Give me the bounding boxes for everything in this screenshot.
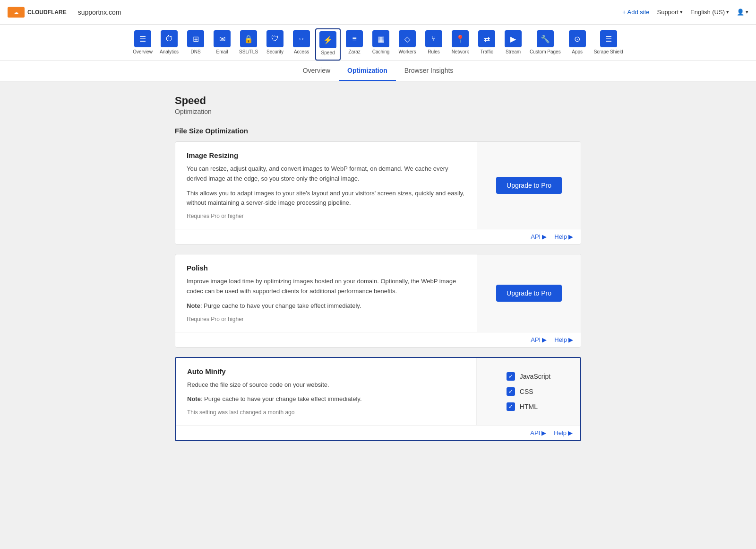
icon-nav-inner: ☰ Overview ⏱ Analytics ⊞ DNS ✉ Email 🔒 S… [130,28,626,61]
image-resizing-api-link[interactable]: API ▶ [531,233,547,240]
nav-icon-analytics[interactable]: ⏱ Analytics [156,28,182,59]
nav-icon-dns[interactable]: ⊞ DNS [183,28,208,59]
nav-icon-email[interactable]: ✉ Email [209,28,235,59]
auto-minify-card-left: Auto Minify Reduce the file size of sour… [176,358,476,426]
support-chevron-icon: ▾ [680,9,683,15]
dns-icon-box: ⊞ [187,30,204,47]
overview-icon-label: Overview [133,49,153,55]
logo-area[interactable]: ☁ CLOUDFLARE [8,7,67,18]
image-resizing-card-footer: API ▶ Help ▶ [175,229,581,244]
add-site-button[interactable]: + Add site [622,9,649,16]
nav-icon-access[interactable]: ↔ Access [289,28,314,59]
apps-icon-label: Apps [572,49,583,55]
email-icon-label: Email [216,49,228,55]
language-label: English (US) [690,9,725,16]
access-icon-label: Access [294,49,309,55]
speed-icon-label: Speed [321,50,335,56]
scrape-shield-icon-box: ☰ [600,30,617,47]
scrape-shield-icon-label: Scrape Shield [594,49,623,55]
image-resizing-help-link[interactable]: Help ▶ [554,233,573,240]
css-label: CSS [520,388,533,395]
nav-icon-caching[interactable]: ▦ Caching [368,28,394,59]
nav-icon-workers[interactable]: ◇ Workers [395,28,420,59]
auto-minify-checkbox-list: ✓ JavaScript ✓ CSS ✓ HTML [507,372,550,411]
icon-navigation: ☰ Overview ⏱ Analytics ⊞ DNS ✉ Email 🔒 S… [0,25,756,61]
analytics-icon-box: ⏱ [161,30,178,47]
section-title: File Size Optimization [175,127,581,135]
api-chevron-icon: ▶ [542,233,547,240]
css-checkbox-icon[interactable]: ✓ [507,387,515,396]
nav-icon-network[interactable]: 📍 Network [447,28,473,59]
network-icon-label: Network [452,49,469,55]
nav-icon-rules[interactable]: ⑂ Rules [421,28,447,59]
subnav-overview[interactable]: Overview [294,61,339,81]
image-resizing-title: Image Resizing [187,151,465,159]
top-navigation: ☁ CLOUDFLARE supportnx.com + Add site Su… [0,0,756,25]
rules-icon-label: Rules [428,49,440,55]
auto-minify-api-link[interactable]: API ▶ [530,429,546,436]
security-icon-box: 🛡 [266,30,284,47]
cloudflare-wordmark: CLOUDFLARE [27,9,67,16]
auto-minify-title: Auto Minify [187,367,465,375]
page-title: Speed [175,95,581,107]
caching-icon-box: ▦ [372,30,389,47]
polish-upgrade-button[interactable]: Upgrade to Pro [496,285,562,302]
workers-icon-label: Workers [399,49,416,55]
svg-text:☁: ☁ [14,9,18,15]
polish-note: Note: Purge cache to have your change ta… [187,301,465,311]
user-menu[interactable]: 👤 ▾ [737,9,748,16]
subnav-optimization[interactable]: Optimization [339,61,396,81]
access-icon-box: ↔ [293,30,310,47]
nav-icon-zaraz[interactable]: ≡ Zaraz [342,28,367,59]
nav-icon-stream[interactable]: ▶ Stream [500,28,526,59]
auto-minify-card: Auto Minify Reduce the file size of sour… [175,357,581,442]
caching-icon-label: Caching [372,49,390,55]
user-chevron-icon: ▾ [746,9,748,15]
polish-card-right: Upgrade to Pro [477,254,581,331]
language-chevron-icon: ▾ [726,9,729,15]
html-checkbox-icon[interactable]: ✓ [507,402,515,411]
language-selector[interactable]: English (US) ▾ [690,9,729,16]
nav-icon-speed[interactable]: ⚡ Speed [315,28,341,61]
support-label: Support [657,9,679,16]
ssl-icon-box: 🔒 [240,30,257,47]
support-link[interactable]: Support ▾ [657,9,683,16]
auto-minify-card-right: ✓ JavaScript ✓ CSS ✓ HTML [476,358,580,426]
auto-minify-card-footer: API ▶ Help ▶ [176,425,580,440]
sub-navigation: Overview Optimization Browser Insights [0,61,756,81]
image-resizing-desc1: You can resize, adjust quality, and conv… [187,164,465,184]
workers-icon-box: ◇ [399,30,416,47]
overview-icon-box: ☰ [134,30,151,47]
polish-title: Polish [187,264,465,272]
dns-icon-label: DNS [191,49,201,55]
image-resizing-card-left: Image Resizing You can resize, adjust qu… [175,142,477,229]
image-resizing-upgrade-button[interactable]: Upgrade to Pro [496,177,562,194]
user-icon: 👤 [737,9,744,16]
ssl-icon-label: SSL/TLS [239,49,258,55]
nav-icon-apps[interactable]: ⊙ Apps [565,28,590,59]
subnav-browser-insights[interactable]: Browser Insights [396,61,462,81]
javascript-checkbox-icon[interactable]: ✓ [507,372,515,381]
image-resizing-card-right: Upgrade to Pro [477,142,581,229]
email-icon-box: ✉ [214,30,231,47]
nav-icon-custom-pages[interactable]: 🔧 Custom Pages [527,28,564,59]
auto-minify-help-link[interactable]: Help ▶ [554,429,573,436]
html-label: HTML [520,403,538,410]
nav-icon-traffic[interactable]: ⇄ Traffic [474,28,499,59]
nav-icon-ssl[interactable]: 🔒 SSL/TLS [236,28,261,59]
polish-card-left: Polish Improve image load time by optimi… [175,254,477,331]
auto-minify-last-changed: This setting was last changed a month ag… [187,409,465,416]
custom-pages-icon-box: 🔧 [537,30,554,47]
nav-icon-security[interactable]: 🛡 Security [262,28,288,59]
traffic-icon-label: Traffic [480,49,493,55]
nav-icon-scrape-shield[interactable]: ☰ Scrape Shield [591,28,626,59]
auto-minify-note-bold: Note [187,395,201,402]
nav-icon-overview[interactable]: ☰ Overview [130,28,155,59]
auto-minify-api-chevron-icon: ▶ [541,429,546,436]
polish-api-link[interactable]: API ▶ [531,336,547,343]
polish-card: Polish Improve image load time by optimi… [175,254,581,347]
checkbox-javascript: ✓ JavaScript [507,372,550,381]
polish-help-link[interactable]: Help ▶ [554,336,573,343]
auto-minify-card-body: Auto Minify Reduce the file size of sour… [176,358,580,426]
cloudflare-logo-icon: ☁ [8,7,25,18]
